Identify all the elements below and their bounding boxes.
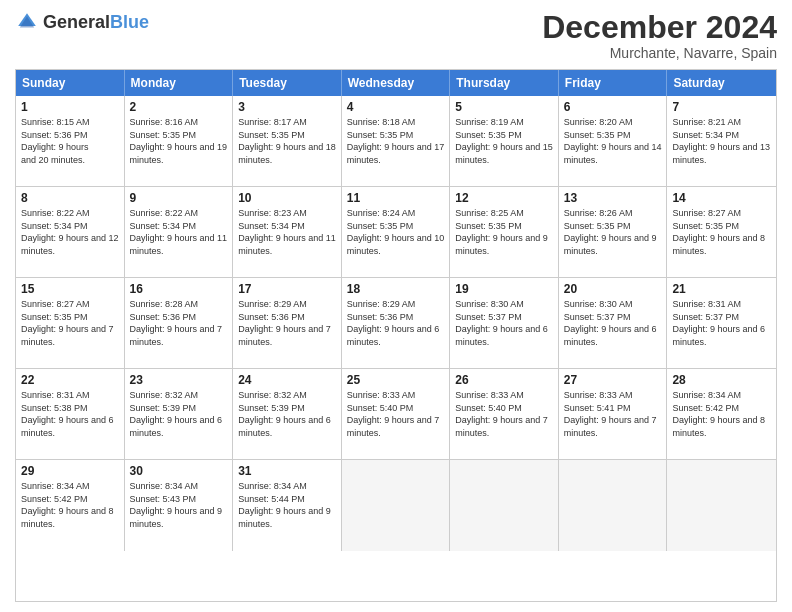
calendar-cell-4-7: 28Sunrise: 8:34 AMSunset: 5:42 PMDayligh… bbox=[667, 369, 776, 459]
cell-info: Sunrise: 8:29 AMSunset: 5:36 PMDaylight:… bbox=[238, 298, 336, 348]
cell-info: Sunrise: 8:24 AMSunset: 5:35 PMDaylight:… bbox=[347, 207, 445, 257]
day-number: 8 bbox=[21, 191, 119, 205]
calendar-cell-5-7 bbox=[667, 460, 776, 551]
calendar-cell-2-7: 14Sunrise: 8:27 AMSunset: 5:35 PMDayligh… bbox=[667, 187, 776, 277]
calendar-cell-2-3: 10Sunrise: 8:23 AMSunset: 5:34 PMDayligh… bbox=[233, 187, 342, 277]
logo: GeneralBlue bbox=[15, 10, 149, 34]
day-number: 16 bbox=[130, 282, 228, 296]
page: GeneralBlue December 2024 Murchante, Nav… bbox=[0, 0, 792, 612]
cell-info: Sunrise: 8:20 AMSunset: 5:35 PMDaylight:… bbox=[564, 116, 662, 166]
cell-info: Sunrise: 8:27 AMSunset: 5:35 PMDaylight:… bbox=[21, 298, 119, 348]
day-number: 22 bbox=[21, 373, 119, 387]
calendar-cell-4-4: 25Sunrise: 8:33 AMSunset: 5:40 PMDayligh… bbox=[342, 369, 451, 459]
cell-info: Sunrise: 8:34 AMSunset: 5:43 PMDaylight:… bbox=[130, 480, 228, 530]
calendar-cell-3-5: 19Sunrise: 8:30 AMSunset: 5:37 PMDayligh… bbox=[450, 278, 559, 368]
calendar-cell-3-6: 20Sunrise: 8:30 AMSunset: 5:37 PMDayligh… bbox=[559, 278, 668, 368]
calendar-cell-3-4: 18Sunrise: 8:29 AMSunset: 5:36 PMDayligh… bbox=[342, 278, 451, 368]
calendar-cell-4-2: 23Sunrise: 8:32 AMSunset: 5:39 PMDayligh… bbox=[125, 369, 234, 459]
header-wednesday: Wednesday bbox=[342, 70, 451, 96]
cell-info: Sunrise: 8:31 AMSunset: 5:38 PMDaylight:… bbox=[21, 389, 119, 439]
day-number: 18 bbox=[347, 282, 445, 296]
calendar-cell-1-2: 2Sunrise: 8:16 AMSunset: 5:35 PMDaylight… bbox=[125, 96, 234, 186]
header-monday: Monday bbox=[125, 70, 234, 96]
calendar-cell-1-1: 1Sunrise: 8:15 AMSunset: 5:36 PMDaylight… bbox=[16, 96, 125, 186]
header-tuesday: Tuesday bbox=[233, 70, 342, 96]
logo-icon bbox=[15, 10, 39, 34]
day-number: 9 bbox=[130, 191, 228, 205]
day-number: 29 bbox=[21, 464, 119, 478]
logo-blue: Blue bbox=[110, 12, 149, 32]
calendar-cell-3-1: 15Sunrise: 8:27 AMSunset: 5:35 PMDayligh… bbox=[16, 278, 125, 368]
calendar-cell-1-7: 7Sunrise: 8:21 AMSunset: 5:34 PMDaylight… bbox=[667, 96, 776, 186]
cell-info: Sunrise: 8:23 AMSunset: 5:34 PMDaylight:… bbox=[238, 207, 336, 257]
cell-info: Sunrise: 8:28 AMSunset: 5:36 PMDaylight:… bbox=[130, 298, 228, 348]
calendar-cell-5-3: 31Sunrise: 8:34 AMSunset: 5:44 PMDayligh… bbox=[233, 460, 342, 551]
calendar-cell-3-2: 16Sunrise: 8:28 AMSunset: 5:36 PMDayligh… bbox=[125, 278, 234, 368]
cell-info: Sunrise: 8:22 AMSunset: 5:34 PMDaylight:… bbox=[21, 207, 119, 257]
cell-info: Sunrise: 8:32 AMSunset: 5:39 PMDaylight:… bbox=[130, 389, 228, 439]
logo-general: General bbox=[43, 12, 110, 32]
cell-info: Sunrise: 8:30 AMSunset: 5:37 PMDaylight:… bbox=[455, 298, 553, 348]
calendar-cell-2-6: 13Sunrise: 8:26 AMSunset: 5:35 PMDayligh… bbox=[559, 187, 668, 277]
calendar-cell-5-1: 29Sunrise: 8:34 AMSunset: 5:42 PMDayligh… bbox=[16, 460, 125, 551]
header: GeneralBlue December 2024 Murchante, Nav… bbox=[15, 10, 777, 61]
cell-info: Sunrise: 8:33 AMSunset: 5:41 PMDaylight:… bbox=[564, 389, 662, 439]
cell-info: Sunrise: 8:27 AMSunset: 5:35 PMDaylight:… bbox=[672, 207, 771, 257]
calendar-row-1: 1Sunrise: 8:15 AMSunset: 5:36 PMDaylight… bbox=[16, 96, 776, 187]
cell-info: Sunrise: 8:31 AMSunset: 5:37 PMDaylight:… bbox=[672, 298, 771, 348]
day-number: 3 bbox=[238, 100, 336, 114]
day-number: 14 bbox=[672, 191, 771, 205]
day-number: 20 bbox=[564, 282, 662, 296]
day-number: 28 bbox=[672, 373, 771, 387]
calendar-row-4: 22Sunrise: 8:31 AMSunset: 5:38 PMDayligh… bbox=[16, 369, 776, 460]
calendar-cell-4-3: 24Sunrise: 8:32 AMSunset: 5:39 PMDayligh… bbox=[233, 369, 342, 459]
calendar-cell-4-5: 26Sunrise: 8:33 AMSunset: 5:40 PMDayligh… bbox=[450, 369, 559, 459]
calendar-cell-2-4: 11Sunrise: 8:24 AMSunset: 5:35 PMDayligh… bbox=[342, 187, 451, 277]
day-number: 10 bbox=[238, 191, 336, 205]
cell-info: Sunrise: 8:18 AMSunset: 5:35 PMDaylight:… bbox=[347, 116, 445, 166]
location: Murchante, Navarre, Spain bbox=[542, 45, 777, 61]
day-number: 1 bbox=[21, 100, 119, 114]
day-number: 7 bbox=[672, 100, 771, 114]
header-saturday: Saturday bbox=[667, 70, 776, 96]
cell-info: Sunrise: 8:15 AMSunset: 5:36 PMDaylight:… bbox=[21, 116, 119, 166]
day-number: 12 bbox=[455, 191, 553, 205]
cell-info: Sunrise: 8:33 AMSunset: 5:40 PMDaylight:… bbox=[347, 389, 445, 439]
cell-info: Sunrise: 8:34 AMSunset: 5:44 PMDaylight:… bbox=[238, 480, 336, 530]
day-number: 2 bbox=[130, 100, 228, 114]
calendar: Sunday Monday Tuesday Wednesday Thursday… bbox=[15, 69, 777, 602]
cell-info: Sunrise: 8:25 AMSunset: 5:35 PMDaylight:… bbox=[455, 207, 553, 257]
calendar-row-5: 29Sunrise: 8:34 AMSunset: 5:42 PMDayligh… bbox=[16, 460, 776, 551]
cell-info: Sunrise: 8:19 AMSunset: 5:35 PMDaylight:… bbox=[455, 116, 553, 166]
day-number: 5 bbox=[455, 100, 553, 114]
day-number: 24 bbox=[238, 373, 336, 387]
day-number: 11 bbox=[347, 191, 445, 205]
calendar-cell-2-2: 9Sunrise: 8:22 AMSunset: 5:34 PMDaylight… bbox=[125, 187, 234, 277]
title-area: December 2024 Murchante, Navarre, Spain bbox=[542, 10, 777, 61]
calendar-row-2: 8Sunrise: 8:22 AMSunset: 5:34 PMDaylight… bbox=[16, 187, 776, 278]
calendar-cell-5-6 bbox=[559, 460, 668, 551]
header-sunday: Sunday bbox=[16, 70, 125, 96]
day-number: 17 bbox=[238, 282, 336, 296]
calendar-cell-3-3: 17Sunrise: 8:29 AMSunset: 5:36 PMDayligh… bbox=[233, 278, 342, 368]
day-number: 23 bbox=[130, 373, 228, 387]
day-number: 13 bbox=[564, 191, 662, 205]
day-number: 30 bbox=[130, 464, 228, 478]
cell-info: Sunrise: 8:34 AMSunset: 5:42 PMDaylight:… bbox=[672, 389, 771, 439]
logo-text: GeneralBlue bbox=[43, 12, 149, 33]
day-number: 27 bbox=[564, 373, 662, 387]
calendar-cell-5-4 bbox=[342, 460, 451, 551]
cell-info: Sunrise: 8:32 AMSunset: 5:39 PMDaylight:… bbox=[238, 389, 336, 439]
cell-info: Sunrise: 8:21 AMSunset: 5:34 PMDaylight:… bbox=[672, 116, 771, 166]
calendar-cell-4-6: 27Sunrise: 8:33 AMSunset: 5:41 PMDayligh… bbox=[559, 369, 668, 459]
day-number: 25 bbox=[347, 373, 445, 387]
calendar-cell-2-1: 8Sunrise: 8:22 AMSunset: 5:34 PMDaylight… bbox=[16, 187, 125, 277]
calendar-header: Sunday Monday Tuesday Wednesday Thursday… bbox=[16, 70, 776, 96]
calendar-cell-3-7: 21Sunrise: 8:31 AMSunset: 5:37 PMDayligh… bbox=[667, 278, 776, 368]
day-number: 19 bbox=[455, 282, 553, 296]
day-number: 21 bbox=[672, 282, 771, 296]
calendar-row-3: 15Sunrise: 8:27 AMSunset: 5:35 PMDayligh… bbox=[16, 278, 776, 369]
calendar-cell-1-5: 5Sunrise: 8:19 AMSunset: 5:35 PMDaylight… bbox=[450, 96, 559, 186]
calendar-cell-1-6: 6Sunrise: 8:20 AMSunset: 5:35 PMDaylight… bbox=[559, 96, 668, 186]
cell-info: Sunrise: 8:16 AMSunset: 5:35 PMDaylight:… bbox=[130, 116, 228, 166]
